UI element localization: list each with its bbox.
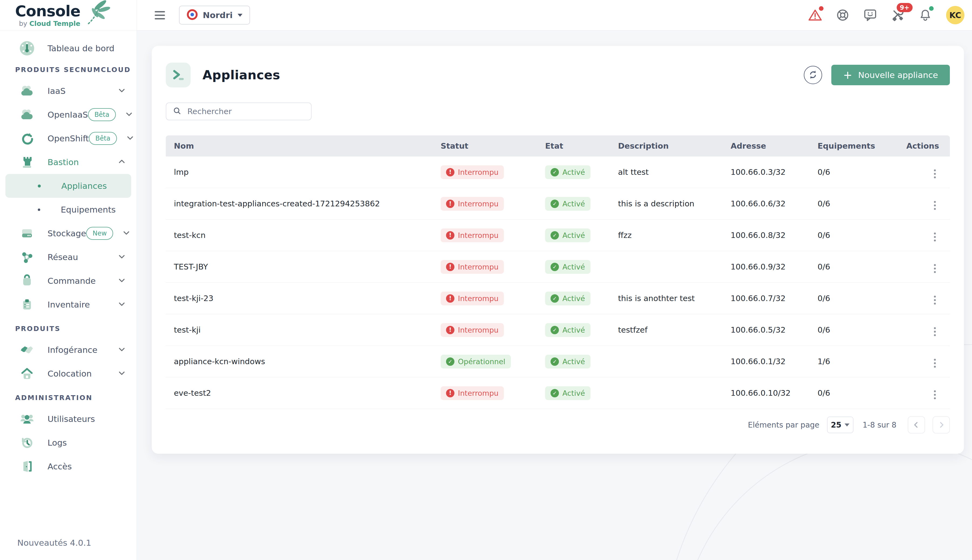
sidebar-item-label: Inventaire (47, 300, 118, 309)
cell-adresse: 100.66.0.6/32 (723, 199, 810, 208)
state-label: Activé (562, 357, 585, 366)
sidebar-item-utilisateurs[interactable]: Utilisateurs (0, 407, 137, 431)
tenant-select[interactable]: Nordri (179, 6, 250, 25)
status-icon (446, 357, 454, 366)
status-badge: Interrompu (441, 260, 504, 274)
column-header-equipements[interactable]: Equipements (810, 142, 890, 150)
column-header-etat[interactable]: Etat (537, 142, 610, 150)
status-icon (446, 263, 454, 271)
sidebar-item-acces[interactable]: Accès (0, 455, 137, 478)
row-actions-kebab-icon[interactable] (931, 230, 939, 243)
sidebar-item-label: Réseau (47, 252, 118, 262)
sidebar-item-bastion[interactable]: Bastion (0, 150, 137, 174)
next-page-button[interactable] (933, 416, 950, 433)
previous-page-button[interactable] (908, 416, 925, 433)
state-badge: Activé (545, 260, 591, 274)
row-actions-kebab-icon[interactable] (931, 388, 939, 402)
notifications-bell-icon[interactable] (918, 8, 932, 22)
hamburger-menu-icon[interactable] (155, 11, 165, 19)
page-size-select[interactable]: 25 (827, 417, 853, 433)
table-row[interactable]: appliance-kcn-windows Opérationnel Activ… (166, 346, 950, 377)
bullet-icon (38, 208, 40, 211)
status-icon (446, 231, 454, 240)
cloud-icon (17, 85, 37, 97)
version-link[interactable]: Nouveautés 4.0.1 (0, 538, 137, 560)
refresh-circular-icon (17, 132, 37, 145)
storage-server-icon (17, 227, 37, 240)
state-badge: Activé (545, 386, 591, 400)
sidebar-item-colocation[interactable]: Colocation (0, 362, 137, 385)
user-avatar[interactable]: KC (946, 6, 964, 24)
sidebar-subitem-equipements[interactable]: Equipements (5, 198, 131, 222)
logo[interactable]: Console by Cloud Temple (0, 0, 137, 30)
cell-equipements: 0/6 (810, 325, 890, 335)
shopping-bag-icon (17, 274, 37, 288)
sidebar-item-label: Appliances (61, 181, 107, 191)
new-appliance-button[interactable]: Nouvelle appliance (831, 65, 950, 85)
caret-down-icon (238, 14, 243, 17)
cell-adresse: 100.66.0.3/32 (723, 168, 810, 177)
history-clock-icon (17, 436, 37, 449)
new-badge: New (86, 227, 113, 240)
tools-icon[interactable]: 9+ (891, 8, 905, 22)
sidebar-item-dashboard[interactable]: Tableau de bord (0, 37, 137, 60)
table-row[interactable]: eve-test2 Interrompu Activé 100.66.0.10/… (166, 377, 950, 409)
cell-equipements: 1/6 (810, 357, 890, 366)
table-row[interactable]: lmp Interrompu Activé alt ttest 100.66.0… (166, 157, 950, 188)
status-icon (446, 168, 454, 177)
beta-badge: Bêta (88, 108, 116, 121)
column-header-statut[interactable]: Statut (433, 142, 537, 150)
sidebar-item-inventaire[interactable]: Inventaire (0, 293, 137, 317)
cell-adresse: 100.66.0.1/32 (723, 357, 810, 366)
sidebar-item-label: Bastion (47, 157, 118, 167)
dragonfly-icon (83, 0, 112, 27)
status-badge: Interrompu (441, 197, 504, 211)
state-label: Activé (562, 200, 585, 208)
column-header-nom[interactable]: Nom (166, 142, 433, 150)
row-actions-kebab-icon[interactable] (931, 293, 939, 307)
cell-equipements: 0/6 (810, 388, 890, 398)
refresh-icon (808, 69, 818, 81)
cell-nom: appliance-kcn-windows (166, 357, 433, 366)
row-actions-kebab-icon[interactable] (931, 357, 939, 370)
status-label: Interrompu (458, 389, 499, 397)
feedback-chat-icon[interactable] (863, 8, 877, 22)
search-input[interactable] (187, 107, 304, 116)
cell-nom: TEST-JBY (166, 262, 433, 272)
sidebar-item-infogerance[interactable]: Infogérance (0, 338, 137, 362)
sidebar-item-commande[interactable]: Commande (0, 269, 137, 293)
cell-nom: test-kcn (166, 231, 433, 240)
sidebar-item-stockage[interactable]: Stockage New (0, 222, 137, 245)
table-row[interactable]: integration-test-appliances-created-1721… (166, 188, 950, 220)
sidebar-item-iaas[interactable]: IaaS (0, 79, 137, 103)
sidebar-item-openiaas[interactable]: OpenIaaS Bêta (0, 103, 137, 127)
sidebar-item-logs[interactable]: Logs (0, 431, 137, 455)
cell-equipements: 0/6 (810, 231, 890, 240)
state-badge: Activé (545, 228, 591, 242)
column-header-adresse[interactable]: Adresse (723, 142, 810, 150)
table-row[interactable]: test-kcn Interrompu Activé ffzz 100.66.0… (166, 220, 950, 251)
row-actions-kebab-icon[interactable] (931, 325, 939, 338)
appliances-card: Appliances Nouvelle appliance (152, 46, 964, 454)
refresh-button[interactable] (804, 66, 822, 84)
status-label: Interrompu (458, 326, 499, 334)
chevron-down-icon (125, 110, 133, 119)
sidebar-subitem-appliances[interactable]: Appliances (5, 174, 131, 198)
cell-nom: eve-test2 (166, 388, 433, 398)
row-actions-kebab-icon[interactable] (931, 199, 939, 212)
column-header-actions: Actions (890, 142, 950, 150)
sidebar-item-openshift[interactable]: OpenShift Bêta (0, 127, 137, 150)
column-header-description[interactable]: Description (610, 142, 723, 150)
chevron-down-icon (118, 369, 126, 378)
section-title-secnumcloud: PRODUITS SECNUMCLOUD (0, 60, 137, 79)
row-actions-kebab-icon[interactable] (931, 262, 939, 275)
table-row[interactable]: test-kji Interrompu Activé testfzef 100.… (166, 314, 950, 346)
sidebar-item-reseau[interactable]: Réseau (0, 245, 137, 269)
row-actions-kebab-icon[interactable] (931, 167, 939, 180)
support-lifebuoy-icon[interactable] (836, 8, 850, 22)
table-row[interactable]: TEST-JBY Interrompu Activé 100.66.0.9/32… (166, 251, 950, 283)
table-row[interactable]: test-kji-23 Interrompu Activé this is an… (166, 283, 950, 314)
cell-description: this is a description (610, 199, 723, 208)
alerts-warning-icon[interactable] (808, 8, 822, 22)
state-badge: Activé (545, 197, 591, 211)
